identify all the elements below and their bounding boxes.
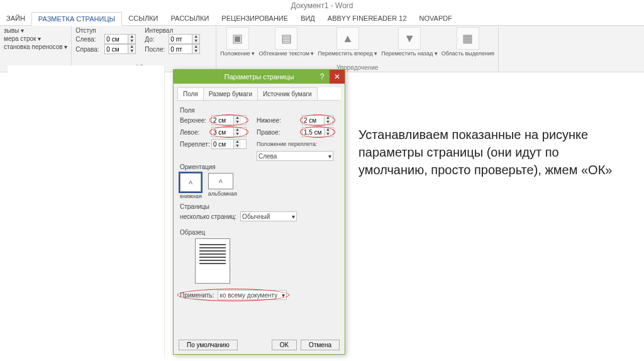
orientation-portrait[interactable]: A книжная xyxy=(180,173,202,199)
help-icon[interactable]: ? xyxy=(314,70,330,84)
spacing-before-input[interactable]: ▲▼ xyxy=(169,34,200,44)
gutter-input[interactable]: ▲▼ xyxy=(211,139,247,149)
page-setup-dialog: Параметры страницы ? ✕ Поля Размер бумаг… xyxy=(173,69,345,355)
annotation-text: Устанавливаем показанные на рисунке пара… xyxy=(358,126,623,179)
gutter-pos-select[interactable]: Слева▾ xyxy=(257,151,333,161)
group-arrange: ▣Положение ▾ ▤Обтекание текстом ▾ ▲Перем… xyxy=(216,26,499,72)
apply-label: Применить: xyxy=(180,292,214,299)
dialog-title: Параметры страницы xyxy=(225,73,294,81)
left-label: Левое: xyxy=(180,129,210,136)
orientation-landscape[interactable]: A альбомная xyxy=(208,173,237,199)
apply-select[interactable]: ко всему документу▾ xyxy=(218,290,287,300)
position-button[interactable]: ▣Положение ▾ xyxy=(220,27,255,57)
gutter-label: Переплет: xyxy=(180,141,210,148)
ribbon-tabs: ЗАЙН РАЗМЕТКА СТРАНИЦЫ ССЫЛКИ РАССЫЛКИ Р… xyxy=(0,11,644,26)
dialog-tabs: Поля Размер бумаги Источник бумаги xyxy=(177,87,341,101)
multipages-label: несколько страниц: xyxy=(180,213,236,220)
tab-abbyy[interactable]: ABBYY FineReader 12 xyxy=(321,12,413,25)
top-label: Верхнее: xyxy=(180,117,210,124)
hyphenation-menu[interactable]: становка переносов ▾ xyxy=(4,43,67,50)
pages-label: Страницы xyxy=(180,203,338,210)
window-title: Документ1 - Word xyxy=(0,0,644,11)
preview-icon xyxy=(195,238,230,284)
indent-right-input[interactable]: ▲▼ xyxy=(104,44,136,54)
right-margin-input[interactable]: ▲▼ xyxy=(302,127,333,137)
orientation-label: Ориентация xyxy=(180,164,338,170)
gutter-pos-label: Положение переплета: xyxy=(257,141,333,147)
bring-forward-button[interactable]: ▲Переместить вперед ▾ xyxy=(318,27,377,57)
tab-page-layout[interactable]: РАЗМЕТКА СТРАНИЦЫ xyxy=(31,12,122,26)
preview-label: Образец xyxy=(180,229,338,236)
spacing-after-input[interactable]: ▲▼ xyxy=(169,44,200,54)
send-backward-button[interactable]: ▼Переместить назад ▾ xyxy=(381,27,437,57)
tab-view[interactable]: ВИД xyxy=(294,12,321,25)
tab-review[interactable]: РЕЦЕНЗИРОВАНИЕ xyxy=(215,12,294,25)
ok-button[interactable]: OK xyxy=(272,340,297,350)
indent-right-label: Справа: xyxy=(75,46,102,53)
selection-pane-button[interactable]: ▦Область выделения xyxy=(441,27,494,57)
spacing-after-label: После: xyxy=(145,46,166,53)
landscape-icon: A xyxy=(208,173,233,189)
document-page xyxy=(8,65,165,357)
right-label: Правое: xyxy=(257,129,301,136)
cancel-button[interactable]: Отмена xyxy=(301,340,340,350)
breaks-menu[interactable]: зывы ▾ xyxy=(4,27,67,34)
tab-novapdf[interactable]: novaPDF xyxy=(413,12,458,25)
top-margin-input[interactable]: ▲▼ xyxy=(211,115,247,125)
tab-mailings[interactable]: РАССЫЛКИ xyxy=(164,12,215,25)
portrait-icon: A xyxy=(180,173,201,192)
indent-left-input[interactable]: ▲▼ xyxy=(104,34,136,44)
wrap-text-button[interactable]: ▤Обтекание текстом ▾ xyxy=(258,27,314,57)
dialog-tab-margins[interactable]: Поля xyxy=(177,87,204,100)
indent-label: Отступ xyxy=(75,27,136,34)
tab-design[interactable]: ЗАЙН xyxy=(0,12,31,25)
line-numbers-menu[interactable]: мера строк ▾ xyxy=(4,35,67,42)
dialog-tab-paper[interactable]: Размер бумаги xyxy=(203,87,258,100)
tab-references[interactable]: ССЫЛКИ xyxy=(122,12,164,25)
bottom-margin-input[interactable]: ▲▼ xyxy=(302,115,333,125)
dialog-title-bar: Параметры страницы ? ✕ xyxy=(174,70,345,84)
spacing-before-label: До: xyxy=(145,36,166,43)
multipages-select[interactable]: Обычный▾ xyxy=(240,211,297,221)
bottom-label: Нижнее: xyxy=(257,117,301,124)
indent-left-label: Слева: xyxy=(75,36,102,43)
spacing-label: Интервал xyxy=(145,27,200,34)
left-margin-input[interactable]: ▲▼ xyxy=(211,127,247,137)
fields-section-label: Поля xyxy=(180,107,338,114)
dialog-tab-source[interactable]: Источник бумаги xyxy=(257,87,318,100)
close-icon[interactable]: ✕ xyxy=(330,70,345,84)
default-button[interactable]: По умолчанию xyxy=(179,340,238,350)
